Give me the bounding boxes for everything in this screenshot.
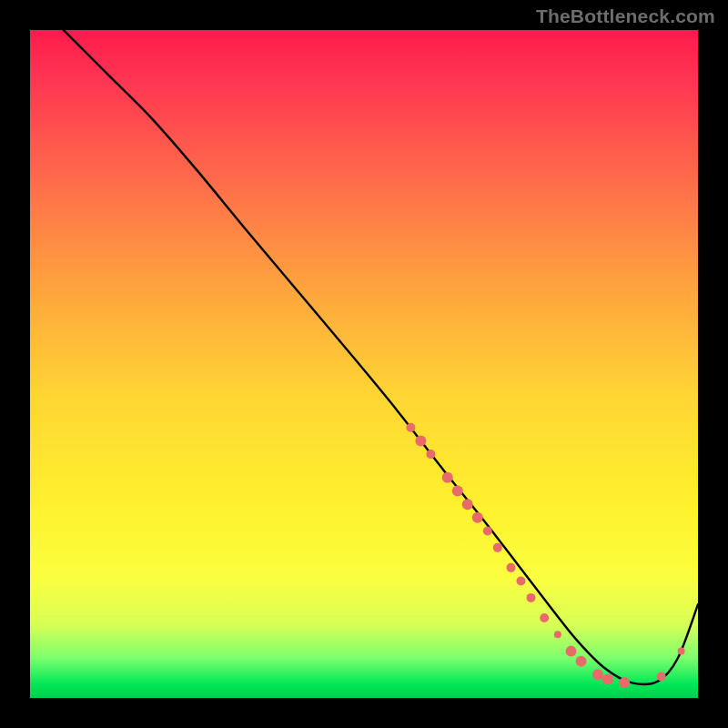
data-marker bbox=[506, 563, 515, 572]
data-marker bbox=[619, 677, 630, 688]
data-marker bbox=[566, 646, 577, 657]
plot-area bbox=[30, 30, 698, 698]
data-marker bbox=[540, 613, 549, 622]
data-marker bbox=[527, 593, 536, 602]
data-marker bbox=[415, 435, 426, 446]
chart-svg bbox=[30, 30, 698, 698]
data-marker bbox=[592, 669, 603, 680]
data-marker bbox=[442, 472, 453, 483]
chart-frame: TheBottleneck.com bbox=[0, 0, 728, 728]
data-marker bbox=[472, 512, 483, 523]
data-marker bbox=[554, 631, 561, 638]
data-marker bbox=[426, 450, 435, 459]
data-marker bbox=[516, 577, 525, 586]
data-marker bbox=[483, 527, 492, 536]
data-marker bbox=[493, 543, 502, 552]
data-marker bbox=[452, 485, 463, 496]
data-marker bbox=[462, 499, 473, 510]
data-marker bbox=[657, 672, 666, 682]
watermark-text: TheBottleneck.com bbox=[536, 5, 715, 27]
data-marker bbox=[406, 423, 415, 432]
data-marker bbox=[678, 648, 685, 655]
bottleneck-curve bbox=[64, 30, 698, 684]
data-marker bbox=[602, 673, 613, 684]
data-marker bbox=[576, 656, 587, 667]
